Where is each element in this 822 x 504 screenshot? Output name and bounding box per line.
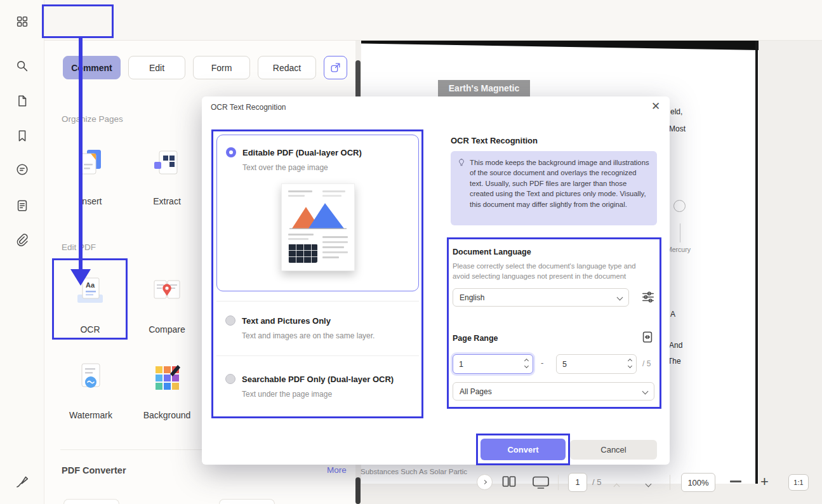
annotation-arrow-line [79,38,83,270]
tool-item-compare[interactable] [149,273,185,311]
tab-redact-label: Redact [273,63,301,73]
zoom-level-box[interactable]: 100% [681,473,715,492]
chevron-down-icon [642,388,649,395]
cancel-button[interactable]: Cancel [570,440,657,460]
language-settings-button[interactable] [641,290,655,307]
dialog-title: OCR Text Recognition [211,103,286,112]
book-view-icon [501,475,517,489]
ocr-dialog: OCR Text Recognition ✕ Editable PDF (Dua… [202,96,670,465]
tab-comment[interactable]: Comment [63,56,121,79]
range-from-input[interactable] [453,354,533,374]
option-searchable-pdf[interactable]: Searchable PDF Only (Dual-layer OCR) Tex… [216,364,419,410]
zoom-in-button[interactable]: + [760,474,769,490]
more-link[interactable]: More [327,465,347,475]
ink-signature-button[interactable] [13,473,31,491]
panel-share-button[interactable] [324,56,347,79]
next-page-button[interactable] [477,474,493,490]
slideshow-button[interactable] [532,475,550,492]
range-total: / 5 [642,359,651,368]
option-title: Editable PDF (Dual-layer OCR) [242,148,362,157]
tab-edit-label: Edit [149,63,164,73]
comments-sidebar-button[interactable] [13,161,31,178]
ocr-label: OCR [55,324,125,335]
info-text: This mode keeps the background image and… [470,159,649,208]
language-label: Document Language [453,248,531,256]
page-range-mode-select[interactable]: All Pages [453,382,654,401]
option-divider [216,301,419,302]
slideshow-icon [532,475,550,489]
tab-redact[interactable]: Redact [258,56,316,79]
convert-button[interactable]: Convert [481,439,566,460]
zoom-out-button[interactable] [730,481,741,482]
tool-item-extract[interactable] [149,145,185,183]
range-to-wrap [556,354,637,374]
option-subtitle: Text under the page image [242,390,332,399]
top-toolbar [0,0,822,41]
converter-card-stub[interactable] [63,499,119,504]
notes-icon [15,199,29,213]
background-icon [149,359,185,394]
dialog-heading: OCR Text Recognition [451,136,538,145]
radio-editable-pdf[interactable] [226,147,236,157]
tool-item-background[interactable] [149,359,185,397]
compare-label: Compare [132,324,202,335]
bookmarks-sidebar-button[interactable] [13,127,31,145]
left-rail [0,0,44,504]
doc-fragment: A [670,310,675,319]
search-icon [15,59,29,73]
attachments-sidebar-button[interactable] [13,231,31,249]
language-select[interactable]: English [453,288,629,307]
attachment-icon [15,233,29,247]
fit-actual-size-button[interactable]: 1:1 [788,474,809,491]
page-right-edge [755,41,758,484]
page-range-picker-button[interactable] [640,330,654,347]
option-text-pictures[interactable]: Text and Pictures Only Text and images a… [216,306,419,352]
stepper-up-icon [524,359,529,363]
page-range-label: Page Range [453,334,498,343]
stepper-down-icon [628,364,632,368]
chat-icon [15,162,29,176]
zoom-value: 100% [687,478,708,487]
page-number-wrap [568,473,587,492]
option-subtitle: Text over the page image [242,163,328,172]
tab-form-label: Form [211,63,232,73]
compare-icon [149,273,185,308]
converter-card-stub[interactable] [219,499,275,504]
thumbnails-sidebar-button[interactable] [13,92,31,110]
doc-fragment: Mercury [666,246,691,253]
page-number-input[interactable] [568,473,587,492]
sliders-icon [641,290,655,304]
option-divider [216,355,419,356]
radio-searchable-pdf[interactable] [225,374,235,384]
range-mode-value: All Pages [460,387,492,396]
tab-edit[interactable]: Edit [128,56,185,79]
reading-view-button[interactable] [501,475,517,491]
apps-menu-button[interactable] [13,13,31,30]
radio-text-pictures[interactable] [225,315,235,326]
option-title: Searchable PDF Only (Dual-layer OCR) [242,375,394,384]
search-sidebar-button[interactable] [13,57,31,75]
summary-sidebar-button[interactable] [13,197,31,215]
next-page-chevron[interactable] [646,477,651,489]
statusbar-divider [670,475,670,490]
dialog-close-icon[interactable]: ✕ [651,100,660,113]
fit-label: 1:1 [793,479,803,486]
cancel-label: Cancel [600,445,626,454]
stepper-up-icon [628,359,632,363]
tool-item-watermark[interactable] [73,359,109,397]
next-page-icon [482,480,487,484]
prev-page-chevron[interactable] [614,480,619,491]
page-range-icon [640,330,654,344]
range-to-stepper[interactable] [628,359,632,368]
range-to-input[interactable] [556,354,637,374]
option-editable-pdf[interactable]: Editable PDF (Dual-layer OCR) Text over … [216,135,419,291]
section-pdf-converter: PDF Converter [62,465,126,475]
language-value: English [460,293,484,302]
tab-form[interactable]: Form [193,56,250,79]
document-scrollbar-thumb[interactable] [355,477,361,504]
background-label: Background [132,410,202,420]
app-window: Tools Close [0,0,822,504]
insert-label: Insert [56,196,126,206]
bulb-icon [457,158,466,167]
range-from-stepper[interactable] [525,359,528,368]
